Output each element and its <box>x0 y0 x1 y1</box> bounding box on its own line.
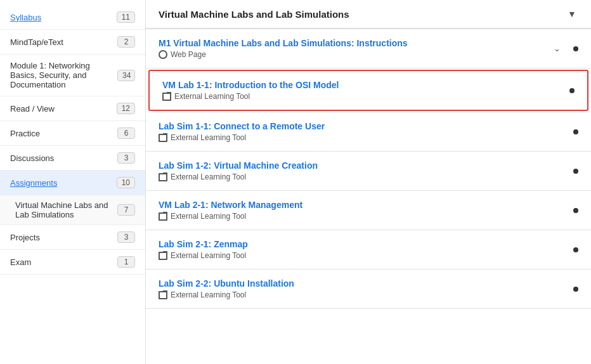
item-type-lab-sim-2-1: External Learning Tool <box>159 251 561 260</box>
external-icon <box>159 251 167 260</box>
sidebar-item-exam[interactable]: Exam 1 <box>0 250 145 275</box>
sidebar-item-projects[interactable]: Projects 3 <box>0 225 145 250</box>
item-type-label-m1-instructions: Web Page <box>171 50 206 59</box>
sidebar-badge-projects: 3 <box>117 231 135 243</box>
sidebar-badge-exam: 1 <box>117 256 135 268</box>
dot-indicator <box>573 208 578 213</box>
item-link-m1-instructions[interactable]: M1 Virtual Machine Labs and Lab Simulati… <box>159 38 408 48</box>
item-type-label-vm-lab-2-1: External Learning Tool <box>171 212 246 221</box>
sidebar-item-label-mindtap: MindTap/eText <box>10 37 63 47</box>
sidebar-badge-syllabus: 11 <box>117 11 135 23</box>
item-type-m1-instructions: Web Page <box>159 50 547 59</box>
item-type-vm-lab-2-1: External Learning Tool <box>159 212 561 221</box>
sidebar-item-label-assignments: Assignments <box>10 178 57 188</box>
item-type-label-lab-sim-2-1: External Learning Tool <box>171 251 246 260</box>
sidebar-badge-assignments: 10 <box>117 177 135 188</box>
section-chevron-icon[interactable]: ⌄ <box>554 44 561 53</box>
item-type-lab-sim-1-1: External Learning Tool <box>159 133 561 142</box>
list-item: Lab Sim 2-2: Ubuntu Installation Externa… <box>146 270 591 309</box>
sidebar: Syllabus 11 MindTap/eText 2 Module 1: Ne… <box>0 0 146 364</box>
item-link-vm-lab-1-1[interactable]: VM Lab 1-1: Introduction to the OSI Mode… <box>162 80 339 90</box>
item-link-lab-sim-1-2[interactable]: Lab Sim 1-2: Virtual Machine Creation <box>159 160 318 171</box>
sidebar-item-practice[interactable]: Practice 6 <box>0 121 145 146</box>
dot-indicator <box>573 247 578 252</box>
item-link-vm-lab-2-1[interactable]: VM Lab 2-1: Network Management <box>159 200 302 210</box>
sidebar-item-label-exam: Exam <box>10 257 31 267</box>
item-type-label-lab-sim-1-1: External Learning Tool <box>171 133 246 142</box>
item-type-label-lab-sim-1-2: External Learning Tool <box>171 172 246 181</box>
list-item: Lab Sim 1-2: Virtual Machine Creation Ex… <box>146 152 591 191</box>
item-lab-sim-1-1: Lab Sim 1-1: Connect to a Remote User Ex… <box>159 121 561 142</box>
sidebar-item-read-view[interactable]: Read / View 12 <box>0 96 145 121</box>
content-header: Virtual Machine Labs and Lab Simulations… <box>146 0 591 29</box>
item-type-lab-sim-2-2: External Learning Tool <box>159 290 561 299</box>
dot-indicator <box>573 169 578 174</box>
item-type-label-vm-lab-1-1: External Learning Tool <box>174 92 250 101</box>
sidebar-item-label-vm-labs: Virtual Machine Labs and Lab Simulations <box>15 200 117 219</box>
item-m1-instructions: M1 Virtual Machine Labs and Lab Simulati… <box>159 38 547 59</box>
sidebar-badge-read-view: 12 <box>117 103 135 114</box>
item-lab-sim-2-1: Lab Sim 2-1: Zenmap External Learning To… <box>159 239 561 260</box>
list-item: Lab Sim 1-1: Connect to a Remote User Ex… <box>146 112 591 152</box>
sidebar-item-assignments[interactable]: Assignments 10 <box>0 171 145 195</box>
content-header-title: Virtual Machine Labs and Lab Simulations <box>159 9 349 20</box>
main-content: Virtual Machine Labs and Lab Simulations… <box>146 0 591 364</box>
dot-indicator <box>573 46 578 51</box>
external-icon <box>159 290 167 299</box>
item-type-label-lab-sim-2-2: External Learning Tool <box>171 290 246 299</box>
sidebar-item-label-read-view: Read / View <box>10 104 55 114</box>
chevron-down-icon[interactable]: ▼ <box>566 8 578 20</box>
item-vm-lab-1-1: VM Lab 1-1: Introduction to the OSI Mode… <box>162 80 557 101</box>
item-type-lab-sim-1-2: External Learning Tool <box>159 172 561 181</box>
content-list: M1 Virtual Machine Labs and Lab Simulati… <box>146 29 591 322</box>
item-lab-sim-1-2: Lab Sim 1-2: Virtual Machine Creation Ex… <box>159 160 561 181</box>
globe-icon <box>159 50 167 59</box>
sidebar-item-discussions[interactable]: Discussions 3 <box>0 146 145 171</box>
item-type-vm-lab-1-1: External Learning Tool <box>162 92 557 101</box>
external-icon <box>159 133 167 142</box>
sidebar-badge-module1: 34 <box>117 70 135 81</box>
item-link-lab-sim-2-1[interactable]: Lab Sim 2-1: Zenmap <box>159 239 248 249</box>
item-vm-lab-2-1: VM Lab 2-1: Network Management External … <box>159 200 561 221</box>
sidebar-badge-practice: 6 <box>117 127 135 139</box>
dot-indicator <box>569 88 575 93</box>
sidebar-item-label-practice: Practice <box>10 129 40 138</box>
sidebar-item-mindtap[interactable]: MindTap/eText 2 <box>0 30 145 55</box>
sidebar-badge-vm-labs: 7 <box>117 204 135 216</box>
dot-indicator <box>573 287 578 292</box>
external-icon <box>159 172 167 181</box>
sidebar-item-label-syllabus: Syllabus <box>10 13 41 22</box>
item-link-lab-sim-2-2[interactable]: Lab Sim 2-2: Ubuntu Installation <box>159 278 294 289</box>
sidebar-badge-mindtap: 2 <box>117 36 135 48</box>
list-item: Lab Sim 2-1: Zenmap External Learning To… <box>146 230 591 270</box>
sidebar-badge-discussions: 3 <box>117 152 135 164</box>
list-item: M1 Virtual Machine Labs and Lab Simulati… <box>146 29 591 68</box>
sidebar-item-label-module1: Module 1: Networking Basics, Security, a… <box>10 61 117 89</box>
sidebar-item-syllabus[interactable]: Syllabus 11 <box>0 5 145 30</box>
list-item: VM Lab 2-1: Network Management External … <box>146 191 591 230</box>
sidebar-item-label-discussions: Discussions <box>10 153 54 163</box>
list-item: VM Lab 1-1: Introduction to the OSI Mode… <box>148 70 588 111</box>
sidebar-item-label-projects: Projects <box>10 233 40 242</box>
external-icon <box>162 92 171 101</box>
sidebar-item-module1[interactable]: Module 1: Networking Basics, Security, a… <box>0 55 145 96</box>
dot-indicator <box>573 129 578 134</box>
sidebar-item-vm-labs[interactable]: Virtual Machine Labs and Lab Simulations… <box>0 195 145 225</box>
item-link-lab-sim-1-1[interactable]: Lab Sim 1-1: Connect to a Remote User <box>159 121 325 131</box>
item-lab-sim-2-2: Lab Sim 2-2: Ubuntu Installation Externa… <box>159 278 561 299</box>
external-icon <box>159 212 167 221</box>
